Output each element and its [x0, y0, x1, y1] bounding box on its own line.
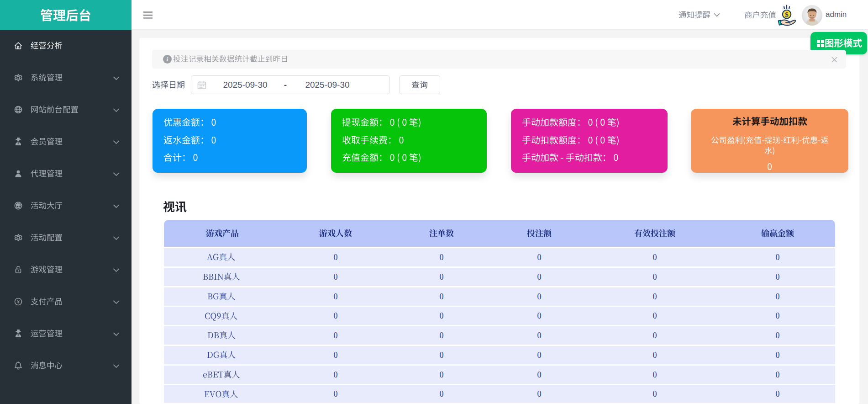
svg-text:$: $: [785, 11, 789, 18]
svg-text:i: i: [167, 56, 168, 63]
svg-text:¥: ¥: [16, 299, 20, 304]
